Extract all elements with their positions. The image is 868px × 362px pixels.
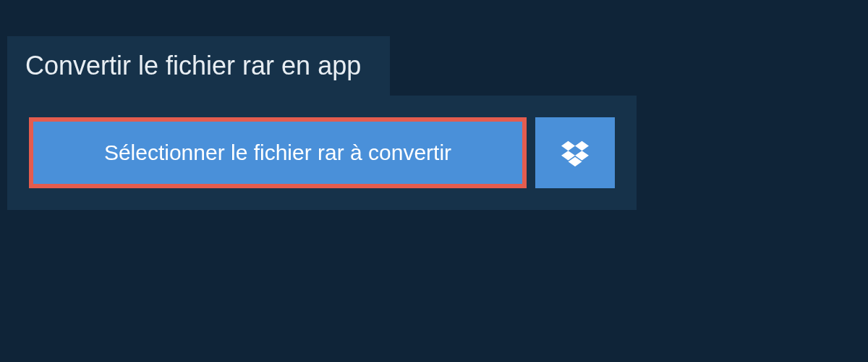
tab-convert[interactable]: Convertir le fichier rar en app: [7, 36, 390, 96]
select-file-label: Sélectionner le fichier rar à convertir: [104, 140, 451, 165]
action-panel: Sélectionner le fichier rar à convertir: [7, 96, 637, 210]
dropbox-icon: [561, 139, 589, 167]
tab-title: Convertir le fichier rar en app: [25, 51, 361, 80]
tab-container: Convertir le fichier rar en app: [7, 36, 868, 96]
select-file-button[interactable]: Sélectionner le fichier rar à convertir: [29, 117, 527, 188]
dropbox-button[interactable]: [535, 117, 615, 188]
